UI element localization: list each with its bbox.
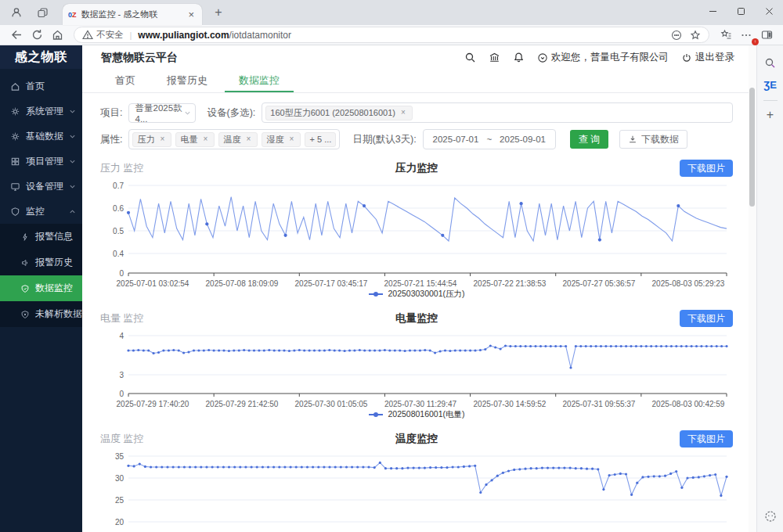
tag-close-icon[interactable]: × (157, 135, 167, 144)
tag-close-icon[interactable]: × (244, 135, 253, 144)
tab-alarm-history[interactable]: 报警历史 (153, 70, 222, 92)
search-icon[interactable] (464, 52, 476, 63)
workspaces-icon[interactable] (33, 3, 52, 22)
refresh-icon[interactable] (27, 27, 47, 44)
sidebar-item-monitor[interactable]: 监控 (0, 199, 82, 224)
tab-data-monitor[interactable]: 数据监控 (225, 70, 294, 92)
download-image-button[interactable]: 下载图片 (680, 310, 733, 327)
reader-icon[interactable] (671, 30, 682, 41)
logout-button[interactable]: 退出登录 (681, 51, 734, 64)
address-bar[interactable]: 不安全 | www.puliangiot.com/iotdatamonitor (74, 27, 709, 43)
power-icon (681, 52, 692, 63)
tab-home[interactable]: 首页 (101, 70, 150, 92)
minimize-button[interactable] (698, 0, 727, 22)
sidebar-add-icon[interactable]: + (761, 106, 780, 124)
back-icon[interactable] (6, 27, 27, 44)
pressure-chart[interactable]: 0.70.60.50.402025-07-01 03:02:542025-07-… (100, 181, 733, 300)
browser-window: 0Z 数据监控 - 感之物联 × + 不安全 | www.puliangiot.… (0, 0, 783, 532)
sidebar-item-project[interactable]: 项目管理 (0, 149, 82, 174)
sidebar-item-home[interactable]: 首页 (0, 74, 82, 99)
bell-icon[interactable] (513, 52, 525, 63)
organization-icon[interactable] (489, 52, 500, 63)
shield-icon (10, 207, 20, 217)
grid-icon (10, 156, 20, 167)
tag-close-icon[interactable]: × (287, 135, 296, 144)
x-tick-label: 2025-07-17 03:45:17 (287, 279, 376, 288)
sidebar-search-icon[interactable] (761, 53, 780, 72)
attr-tag[interactable]: 压力× (132, 132, 171, 147)
legend-marker-icon (368, 291, 384, 297)
favorite-star-icon[interactable] (690, 30, 701, 41)
x-tick-label: 2025-07-29 21:42:50 (197, 400, 287, 408)
sidebar-item-data-monitor[interactable]: 数据监控 (0, 275, 82, 301)
user-dropdown-icon (537, 52, 548, 63)
collections-icon[interactable] (716, 27, 736, 44)
date-to[interactable]: 2025-09-01 (500, 135, 546, 144)
chart-canvas[interactable]: 430 (100, 331, 733, 400)
chart-title: 压力监控 (100, 161, 733, 175)
x-tick-label: 2025-07-21 15:44:54 (376, 279, 465, 288)
query-button[interactable]: 查 询 (570, 130, 608, 149)
tag-close-icon[interactable]: × (200, 135, 210, 144)
home-icon[interactable] (47, 27, 67, 44)
attr-more-tag[interactable]: + 5 ... (305, 132, 336, 147)
close-button[interactable] (755, 0, 783, 22)
legend-item[interactable]: 202503030001(压力) (100, 288, 733, 300)
x-tick-label: 2025-07-30 01:05:05 (287, 400, 376, 408)
chevron-up-icon (69, 208, 76, 215)
site-favicon: 0Z (68, 11, 77, 19)
attr-tag[interactable]: 湿度× (262, 132, 301, 147)
chart-canvas[interactable]: 0.70.60.50.40 (100, 181, 733, 279)
scrollbar-thumb[interactable] (749, 88, 755, 207)
x-tick-label: 2025-07-31 09:55:37 (554, 400, 644, 408)
sidebar-item-alarm-info[interactable]: 报警信息 (0, 224, 82, 250)
maximize-button[interactable] (727, 0, 755, 22)
attr-multiselect[interactable]: 压力× 电量× 温度× 湿度× + 5 ... (128, 129, 340, 149)
new-tab-button[interactable]: + (210, 5, 227, 20)
warning-icon (82, 30, 93, 40)
security-warning[interactable]: 不安全 (82, 29, 124, 41)
download-image-button[interactable]: 下载图片 (680, 430, 733, 448)
download-image-button[interactable]: 下载图片 (680, 160, 733, 177)
split-screen-icon[interactable] (756, 27, 777, 44)
app-sidebar: 感之物联 首页 系统管理 基础数据 项目管理 (0, 45, 82, 532)
browser-tab[interactable]: 0Z 数据监控 - 感之物联 × (63, 4, 202, 25)
y-tick-label: 35 (115, 452, 124, 461)
extension-icon[interactable]: ƷE (761, 75, 780, 94)
attr-tag[interactable]: 电量× (175, 132, 215, 147)
tab-title: 数据监控 - 感之物联 (81, 9, 186, 20)
tag-close-icon[interactable]: × (399, 108, 408, 117)
gear-icon (10, 106, 20, 117)
sidebar-item-device[interactable]: 设备管理 (0, 174, 82, 199)
sidebar-item-unparsed-data[interactable]: 未解析数据 (0, 301, 82, 327)
temperature-chart[interactable]: 35302520 (100, 451, 733, 530)
x-axis-labels: 2025-07-29 17:40:202025-07-29 21:42:5020… (108, 400, 733, 408)
sidebar-item-system[interactable]: 系统管理 (0, 99, 82, 124)
chart-canvas[interactable]: 35302520 (100, 451, 733, 530)
page-scrollbar[interactable] (749, 45, 756, 532)
device-tag[interactable]: 160型压力6001 (202508016001)× (265, 106, 413, 120)
page-title: 智慧物联云平台 (101, 51, 178, 65)
app-brand: 感之物联 (0, 45, 82, 69)
tab-close-icon[interactable]: × (186, 9, 197, 20)
sidebar-item-basedata[interactable]: 基础数据 (0, 124, 82, 149)
sidebar-settings-icon[interactable] (761, 507, 780, 526)
filter-row-attrs: 属性: 压力× 电量× 温度× 湿度× + 5 ... 日期(默认3天): 20… (100, 129, 733, 149)
date-range-input[interactable]: 2025-07-01 ~ 2025-09-01 (423, 129, 556, 149)
power-chart[interactable]: 4302025-07-29 17:40:202025-07-29 21:42:5… (100, 331, 733, 420)
attr-tag[interactable]: 温度× (218, 132, 258, 147)
date-from[interactable]: 2025-07-01 (433, 135, 479, 144)
device-multiselect[interactable]: 160型压力6001 (202508016001)× (262, 102, 733, 123)
project-select[interactable]: 普量2025款4... (128, 103, 196, 123)
user-menu[interactable]: 欢迎您，普量电子有限公司 (537, 51, 669, 64)
download-data-button[interactable]: 下载数据 (619, 130, 687, 149)
url-divider: | (130, 31, 132, 40)
y-tick-label: 0.7 (113, 182, 124, 190)
y-tick-label: 0.4 (113, 250, 124, 258)
project-label: 项目: (100, 106, 122, 120)
legend-item[interactable]: 202508016001(电量) (100, 408, 733, 420)
profile-avatar-icon[interactable] (7, 3, 26, 22)
sidebar-item-alarm-history[interactable]: 报警历史 (0, 250, 82, 275)
chart-title: 温度监控 (100, 432, 733, 446)
more-menu-icon[interactable]: ↑ (736, 27, 756, 44)
